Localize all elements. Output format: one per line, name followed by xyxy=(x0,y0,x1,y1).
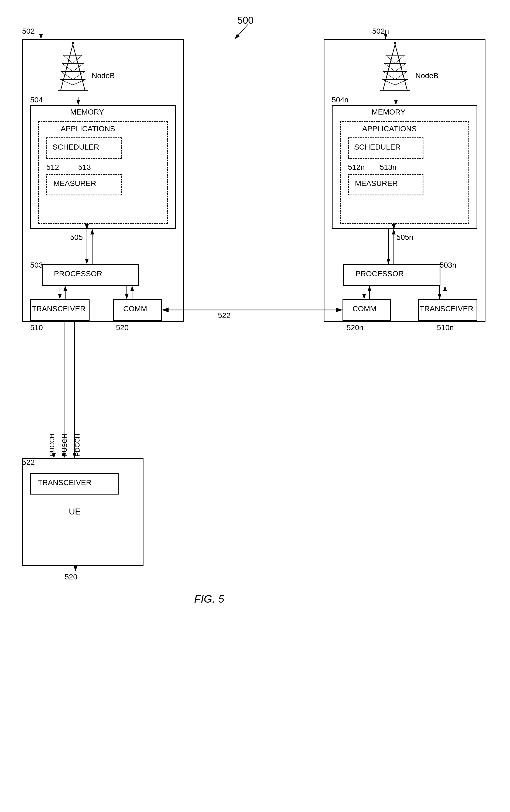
right-measurer-label: MEASURER xyxy=(355,179,398,188)
right-nodeb-label: NodeB xyxy=(415,71,438,80)
pusch-label: PUSCH xyxy=(61,434,68,456)
ue-label: UE xyxy=(69,507,81,517)
left-apps-label: APPLICATIONS xyxy=(61,124,115,133)
left-memory-label: MEMORY xyxy=(70,108,104,116)
svg-point-16 xyxy=(72,42,74,44)
right-mem-ref: 504n xyxy=(332,96,348,104)
right-sched-ref: 512n xyxy=(348,163,365,172)
left-trans-ref: 510 xyxy=(30,323,43,332)
left-proc-ref: 503 xyxy=(30,261,43,270)
left-apps-box xyxy=(38,121,168,224)
diagram: 500 502 NodeB MEMORY 504 APPL xyxy=(0,0,510,812)
svg-line-30 xyxy=(395,71,407,80)
right-meas-ref: 513n xyxy=(380,163,396,172)
right-memory-label: MEMORY xyxy=(372,108,406,116)
left-bs-ref: 502 xyxy=(22,27,35,36)
figure-label: FIG. 5 xyxy=(194,593,224,605)
right-comm-ref: 520n xyxy=(346,323,363,332)
svg-line-18 xyxy=(383,44,395,90)
right-tower-icon xyxy=(375,42,415,96)
left-comm-label: COMM xyxy=(123,304,147,313)
svg-point-34 xyxy=(394,42,396,44)
pucch-label: PUCCH xyxy=(48,433,56,456)
comm-link-ref: 522 xyxy=(218,311,231,320)
left-comm-ref: 520 xyxy=(116,323,129,332)
svg-line-39 xyxy=(235,24,248,39)
left-measurer-label: MEASURER xyxy=(53,179,96,188)
main-ref-label: 500 xyxy=(237,15,254,26)
svg-line-29 xyxy=(383,71,395,80)
svg-line-19 xyxy=(395,44,407,90)
svg-line-1 xyxy=(73,44,85,90)
ue-transceiver-label: TRANSCEIVER xyxy=(38,478,91,487)
svg-line-0 xyxy=(61,44,73,90)
ue-ref-label: 522 xyxy=(22,458,35,467)
right-transceiver-label: TRANSCEIVER xyxy=(420,304,473,313)
pdcch-label: PDCCH xyxy=(74,433,81,456)
right-processor-label: PROCESSOR xyxy=(356,270,404,278)
left-sched-ref: 512 xyxy=(47,163,59,172)
left-scheduler-label: SCHEDULER xyxy=(53,143,99,151)
left-processor-label: PROCESSOR xyxy=(54,270,102,278)
right-comm-label: COMM xyxy=(352,304,376,313)
ue-bottom-ref: 520 xyxy=(65,573,77,581)
right-bs-ref: 502n xyxy=(372,27,389,36)
right-apps-ref: 505n xyxy=(396,233,413,242)
svg-line-11 xyxy=(61,71,73,80)
left-meas-ref: 513 xyxy=(78,163,91,172)
left-nodeb-label: NodeB xyxy=(92,71,115,80)
right-proc-ref: 503n xyxy=(440,261,456,270)
left-mem-ref: 504 xyxy=(30,96,43,104)
right-scheduler-label: SCHEDULER xyxy=(354,143,401,151)
right-trans-ref: 510n xyxy=(437,323,454,332)
svg-line-12 xyxy=(73,71,85,80)
left-tower-icon xyxy=(53,42,93,96)
right-apps-label: APPLICATIONS xyxy=(362,124,417,133)
right-apps-box xyxy=(340,121,469,224)
left-apps-ref: 505 xyxy=(70,233,83,242)
left-transceiver-label: TRANSCEIVER xyxy=(32,304,85,313)
